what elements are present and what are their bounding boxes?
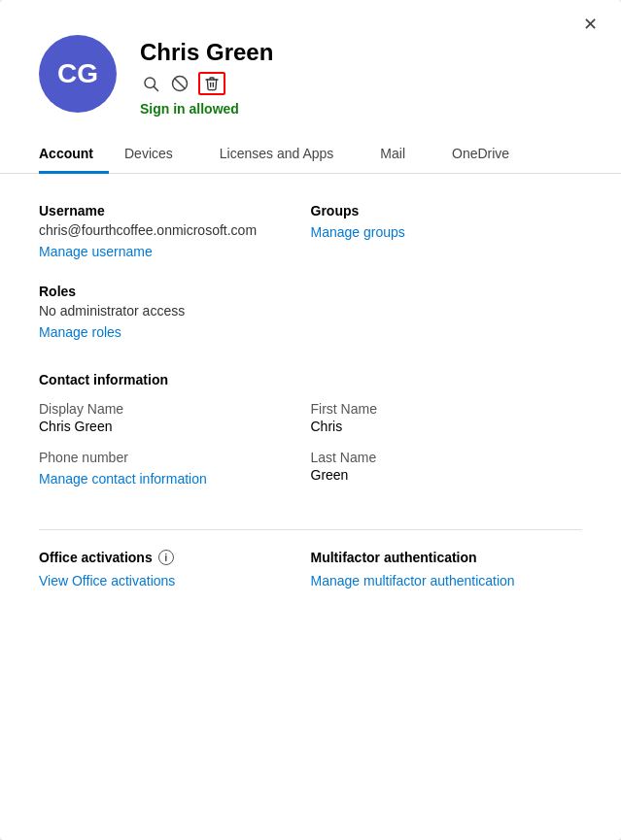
search-user-icon[interactable] bbox=[140, 73, 161, 94]
tab-devices[interactable]: Devices bbox=[109, 136, 189, 174]
mfa-title: Multifactor authentication bbox=[311, 550, 583, 565]
contact-title: Contact information bbox=[39, 372, 582, 387]
manage-roles-link[interactable]: Manage roles bbox=[39, 324, 121, 340]
username-groups-row: Username chris@fourthcoffee.onmicrosoft.… bbox=[39, 203, 582, 260]
bottom-section: Office activations i View Office activat… bbox=[39, 550, 582, 589]
sign-in-status: Sign in allowed bbox=[140, 101, 273, 117]
content-area: Username chris@fourthcoffee.onmicrosoft.… bbox=[0, 174, 621, 619]
last-name-value: Green bbox=[311, 467, 583, 483]
delete-user-icon[interactable] bbox=[198, 72, 225, 95]
roles-section: Roles No administrator access Manage rol… bbox=[39, 284, 582, 341]
manage-mfa-link[interactable]: Manage multifactor authentication bbox=[311, 573, 515, 588]
tab-onedrive[interactable]: OneDrive bbox=[436, 136, 525, 174]
view-office-activations-link[interactable]: View Office activations bbox=[39, 573, 175, 588]
tab-bar: Account Devices Licenses and Apps Mail O… bbox=[0, 136, 621, 174]
groups-label: Groups bbox=[311, 203, 583, 218]
display-name-value: Chris Green bbox=[39, 419, 311, 434]
office-title: Office activations i bbox=[39, 550, 311, 565]
avatar: CG bbox=[39, 35, 117, 113]
first-name-value: Chris bbox=[311, 419, 583, 434]
header-section: CG Chris Green bbox=[0, 0, 621, 136]
manage-username-link[interactable]: Manage username bbox=[39, 244, 153, 259]
user-detail-dialog: ✕ CG Chris Green bbox=[0, 0, 621, 840]
section-divider bbox=[39, 529, 582, 530]
mfa-section: Multifactor authentication Manage multif… bbox=[311, 550, 583, 589]
groups-section: Groups Manage groups bbox=[311, 203, 583, 260]
contact-section: Contact information Display Name Chris G… bbox=[39, 372, 582, 498]
tab-licenses[interactable]: Licenses and Apps bbox=[204, 136, 350, 174]
username-section: Username chris@fourthcoffee.onmicrosoft.… bbox=[39, 203, 311, 260]
display-name-label: Display Name bbox=[39, 401, 311, 417]
roles-value: No administrator access bbox=[39, 303, 582, 319]
mfa-title-text: Multifactor authentication bbox=[311, 550, 477, 565]
office-section: Office activations i View Office activat… bbox=[39, 550, 311, 589]
username-value: chris@fourthcoffee.onmicrosoft.com bbox=[39, 222, 311, 238]
svg-line-3 bbox=[175, 79, 186, 89]
close-button[interactable]: ✕ bbox=[577, 14, 604, 35]
header-info: Chris Green bbox=[140, 35, 273, 117]
username-label: Username bbox=[39, 203, 311, 218]
svg-line-1 bbox=[154, 86, 157, 90]
contact-left-col: Display Name Chris Green Phone number Ma… bbox=[39, 401, 311, 498]
first-name-label: First Name bbox=[311, 401, 583, 417]
contact-grid: Display Name Chris Green Phone number Ma… bbox=[39, 401, 582, 498]
last-name-label: Last Name bbox=[311, 450, 583, 465]
action-icons bbox=[140, 72, 273, 95]
manage-groups-link[interactable]: Manage groups bbox=[311, 224, 405, 240]
tab-mail[interactable]: Mail bbox=[364, 136, 421, 174]
office-info-icon[interactable]: i bbox=[158, 550, 174, 565]
phone-label: Phone number bbox=[39, 450, 311, 465]
block-user-icon[interactable] bbox=[169, 73, 190, 94]
tab-account[interactable]: Account bbox=[39, 136, 109, 174]
manage-contact-link[interactable]: Manage contact information bbox=[39, 471, 207, 487]
contact-right-col: First Name Chris Last Name Green bbox=[311, 401, 583, 498]
office-title-text: Office activations bbox=[39, 550, 153, 565]
user-name: Chris Green bbox=[140, 39, 273, 66]
roles-label: Roles bbox=[39, 284, 582, 299]
